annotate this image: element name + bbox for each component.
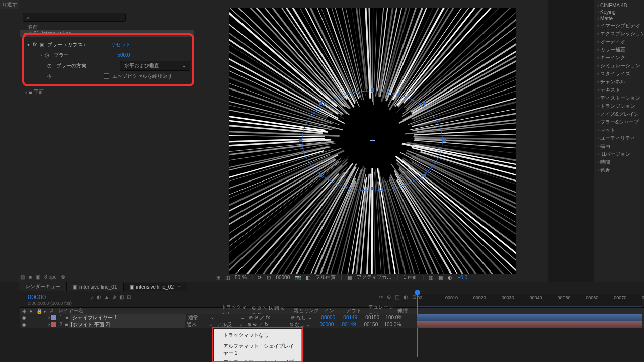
visibility-toggle[interactable]: ◉ bbox=[20, 322, 27, 327]
layer-name[interactable]: [ホワイト 平面 2] bbox=[69, 321, 185, 328]
menu-icon[interactable]: ☰ bbox=[186, 31, 191, 36]
plane-folder-row[interactable]: › ■ 平面 bbox=[25, 88, 44, 96]
quality-dropdown[interactable]: フル画質 bbox=[315, 274, 336, 281]
toolbar-icon[interactable]: ⊡ bbox=[127, 294, 131, 300]
mask-handle[interactable] bbox=[423, 102, 426, 105]
mask-handle[interactable] bbox=[371, 88, 374, 92]
footer-icon[interactable]: ■ bbox=[29, 274, 32, 280]
effect-category[interactable]: イマーシブビデオ bbox=[597, 22, 641, 30]
mask-handle[interactable] bbox=[319, 174, 322, 177]
toolbar-icon[interactable]: ⊡ bbox=[267, 275, 271, 280]
layer-bar-1[interactable] bbox=[417, 314, 642, 321]
effect-category[interactable]: トランジション bbox=[597, 102, 641, 110]
matte-option[interactable]: アルファマット「シェイプレイヤー 1」 bbox=[214, 342, 301, 358]
parent-link[interactable]: ⊚ なし ⌄ bbox=[287, 321, 317, 328]
bpc-label[interactable]: 8 bpc bbox=[44, 274, 56, 280]
direction-dropdown[interactable]: 水平および垂直 ⌄ bbox=[120, 61, 190, 71]
out-time[interactable]: 00149 bbox=[340, 322, 362, 327]
param-blur-value[interactable]: 500.0 bbox=[117, 52, 130, 58]
in-time[interactable]: 00000 bbox=[317, 322, 340, 327]
toolbar-icon[interactable]: ⊞ bbox=[216, 275, 220, 280]
fx-icon[interactable]: fx bbox=[33, 42, 37, 47]
toolbar-icon[interactable]: ◐ bbox=[97, 294, 101, 300]
search-input[interactable]: ⌕ bbox=[23, 13, 126, 22]
effect-category[interactable]: ブラー&シャープ bbox=[597, 118, 641, 126]
work-area[interactable] bbox=[417, 306, 642, 307]
matte-option-none[interactable]: トラックマットなし bbox=[214, 331, 301, 340]
effect-category[interactable]: CINEMA 4D bbox=[597, 2, 641, 9]
mask-handle[interactable] bbox=[319, 102, 322, 105]
toolbar-icon[interactable]: ◫ bbox=[395, 294, 399, 300]
effect-category[interactable]: ディストーション bbox=[597, 94, 641, 102]
exposure-value[interactable]: +0.0 bbox=[457, 275, 467, 280]
duration[interactable]: 00150 bbox=[362, 322, 384, 327]
effect-category[interactable]: ノイズ&グレイン bbox=[597, 110, 641, 118]
toolbar-icon[interactable]: ⊕ bbox=[112, 294, 116, 300]
effect-category[interactable]: Keying bbox=[597, 9, 641, 15]
footer-icon[interactable]: ▣ bbox=[36, 274, 40, 280]
chevron-right-icon[interactable]: › bbox=[40, 52, 42, 58]
stopwatch-icon[interactable]: ◷ bbox=[47, 63, 53, 69]
footer-icon[interactable]: ▥ bbox=[20, 274, 25, 280]
duration[interactable]: 00150 bbox=[363, 315, 385, 320]
stopwatch-icon[interactable]: ◷ bbox=[47, 73, 53, 79]
toolbar-icon[interactable]: ◧ bbox=[119, 294, 124, 300]
preset-icon[interactable]: ▣ bbox=[40, 42, 44, 47]
effect-category[interactable]: 描画 bbox=[597, 142, 641, 150]
toolbar-icon[interactable]: ▲ bbox=[104, 294, 109, 300]
toolbar-icon[interactable]: ⊕ bbox=[387, 294, 391, 300]
toolbar-icon[interactable]: ▦ bbox=[347, 275, 352, 280]
trash-icon[interactable]: 🗑 bbox=[61, 274, 66, 280]
views-dropdown[interactable]: 1 画面 bbox=[403, 274, 417, 281]
effect-category[interactable]: シミュレーション bbox=[597, 62, 641, 70]
toolbar-icon[interactable]: ⊡ bbox=[412, 294, 416, 300]
toolbar-icon[interactable]: ◐ bbox=[404, 294, 408, 300]
mask-handle[interactable] bbox=[423, 174, 426, 177]
effect-category[interactable]: オーディオ bbox=[597, 38, 641, 46]
toolbar-icon[interactable]: ◐ bbox=[448, 275, 452, 280]
stretch[interactable]: 100.0% bbox=[385, 315, 408, 320]
layer-switches[interactable]: ⊕ ※ ／ fx bbox=[245, 321, 287, 328]
effect-category[interactable]: Matte bbox=[597, 15, 641, 22]
blend-mode[interactable]: 通常 ⌄ bbox=[185, 321, 215, 328]
timecode[interactable]: 00000 bbox=[276, 275, 290, 280]
layer-color[interactable] bbox=[51, 322, 56, 327]
layer-color[interactable] bbox=[51, 315, 56, 320]
layer-switches[interactable]: ⊕ ※ ／ fx bbox=[247, 314, 289, 321]
toolbar-icon[interactable]: ▥ bbox=[429, 275, 433, 280]
tab-comp2[interactable]: ▣intensive line_02≡ bbox=[124, 283, 187, 291]
camera-dropdown[interactable]: アクティブカ… bbox=[357, 274, 392, 281]
effect-category[interactable]: 時間 bbox=[597, 158, 641, 166]
tab-comp1[interactable]: ▣intensive line_01 bbox=[67, 283, 124, 291]
zoom-value[interactable]: 50 % bbox=[235, 275, 247, 280]
layer-bar-2[interactable] bbox=[417, 321, 642, 328]
toolbar-icon[interactable]: ◫ bbox=[225, 275, 230, 280]
tab-render-queue[interactable]: レンダーキュー bbox=[19, 282, 67, 291]
effect-category[interactable]: スタイライズ bbox=[597, 70, 641, 78]
mask-handle[interactable] bbox=[443, 139, 446, 142]
toolbar-icon[interactable]: ✂ bbox=[379, 294, 383, 300]
toolbar-icon[interactable]: ⟳ bbox=[258, 275, 262, 280]
out-time[interactable]: 00149 bbox=[341, 315, 363, 320]
track-matte[interactable]: アル反 ⌄ bbox=[215, 321, 245, 328]
chevron-down-icon[interactable]: ▾ bbox=[27, 42, 30, 47]
effect-category[interactable]: ユーティリティ bbox=[597, 134, 641, 142]
toolbar-icon[interactable]: ◧ bbox=[306, 275, 310, 280]
effect-category[interactable]: 旧バージョン bbox=[597, 150, 641, 158]
time-ruler[interactable]: 0000010000200003000040000500006000070000… bbox=[417, 294, 642, 306]
mask-handle[interactable] bbox=[299, 139, 302, 142]
project-folder-row[interactable]: ▾ ■ 01. intensive line ☰ bbox=[20, 30, 194, 37]
in-time[interactable]: 00000 bbox=[319, 315, 341, 320]
effect-category[interactable]: エクスプレッション制御 bbox=[597, 30, 641, 38]
blend-mode[interactable]: 通常 ⌄ bbox=[186, 314, 216, 321]
search-icon[interactable]: ⌕ bbox=[91, 294, 94, 300]
matte-option[interactable]: アルファ反転マット「シェイプレイヤー 1」 bbox=[214, 358, 301, 362]
stretch[interactable]: 100.0% bbox=[384, 322, 406, 327]
effect-category[interactable]: マット bbox=[597, 126, 641, 134]
effect-category[interactable]: 遠近 bbox=[597, 166, 641, 174]
chevron-right-icon[interactable]: › bbox=[48, 315, 50, 320]
effect-category[interactable]: チャンネル bbox=[597, 78, 641, 86]
effect-category[interactable]: キーイング bbox=[597, 54, 641, 62]
visibility-toggle[interactable]: ◉ bbox=[20, 315, 27, 320]
reset-link[interactable]: リセット bbox=[111, 41, 131, 48]
